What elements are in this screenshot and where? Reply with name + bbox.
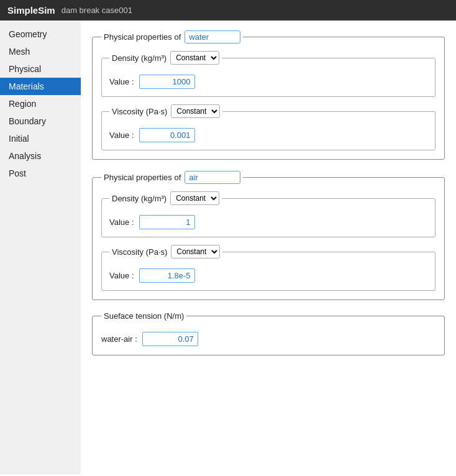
water-air-value-input[interactable]	[142, 332, 198, 346]
water-viscosity-value-label: Value :	[109, 130, 134, 140]
air-viscosity-block: Viscosity (Pa·s) Constant Value :	[101, 245, 435, 291]
water-density-legend: Density (kg/m³) Constant	[109, 51, 222, 65]
main-content: Physical properties of Density (kg/m³) C…	[81, 21, 456, 474]
water-legend-text: Physical properties of	[104, 32, 181, 42]
air-density-value-row: Value :	[109, 215, 427, 229]
surface-tension-value-row: water-air :	[101, 332, 435, 346]
water-viscosity-value-row: Value :	[109, 128, 427, 142]
case-name: dam break case001	[62, 6, 132, 15]
water-properties-block: Physical properties of Density (kg/m³) C…	[92, 30, 445, 160]
sidebar-item-materials[interactable]: Materials	[0, 78, 81, 95]
air-viscosity-label: Viscosity (Pa·s)	[112, 247, 167, 257]
water-density-label: Density (kg/m³)	[112, 53, 166, 63]
surface-tension-legend: Sueface tension (N/m)	[101, 311, 186, 321]
sidebar-item-post[interactable]: Post	[0, 165, 81, 182]
air-density-value-label: Value :	[109, 217, 134, 227]
water-viscosity-block: Viscosity (Pa·s) Constant Value :	[101, 104, 435, 150]
air-density-value-input[interactable]	[139, 215, 195, 229]
air-density-legend: Density (kg/m³) Constant	[109, 191, 222, 205]
sidebar-item-initial[interactable]: Initial	[0, 130, 81, 147]
air-properties-block: Physical properties of Density (kg/m³) C…	[92, 171, 445, 300]
sidebar-item-boundary[interactable]: Boundary	[0, 112, 81, 130]
app-name: SimpleSim	[7, 5, 55, 16]
air-material-name[interactable]	[185, 171, 240, 184]
sidebar-item-mesh[interactable]: Mesh	[0, 43, 81, 60]
titlebar: SimpleSim dam break case001	[0, 0, 456, 21]
water-viscosity-label: Viscosity (Pa·s)	[112, 107, 167, 116]
water-properties-legend: Physical properties of	[101, 30, 243, 43]
air-legend-text: Physical properties of	[104, 173, 181, 182]
air-viscosity-value-input[interactable]	[139, 268, 195, 283]
water-density-value-row: Value :	[109, 75, 427, 89]
sidebar-item-region[interactable]: Region	[0, 95, 81, 112]
air-viscosity-value-label: Value :	[109, 271, 134, 280]
air-density-type-select[interactable]: Constant	[170, 191, 219, 205]
air-properties-legend: Physical properties of	[101, 171, 243, 184]
air-density-block: Density (kg/m³) Constant Value :	[101, 191, 435, 237]
water-viscosity-value-input[interactable]	[139, 128, 195, 142]
sidebar: Geometry Mesh Physical Materials Region …	[0, 21, 81, 474]
air-viscosity-type-select[interactable]: Constant	[171, 245, 220, 259]
water-material-name[interactable]	[185, 30, 240, 43]
water-viscosity-legend: Viscosity (Pa·s) Constant	[109, 104, 222, 118]
surface-tension-block: Sueface tension (N/m) water-air :	[92, 311, 445, 355]
sidebar-item-physical[interactable]: Physical	[0, 60, 81, 78]
surface-tension-label: Sueface tension (N/m)	[104, 311, 184, 321]
water-density-type-select[interactable]: Constant	[170, 51, 219, 65]
water-density-block: Density (kg/m³) Constant Value :	[101, 51, 435, 97]
sidebar-item-geometry[interactable]: Geometry	[0, 25, 81, 43]
sidebar-item-analysis[interactable]: Analysis	[0, 147, 81, 165]
water-air-label: water-air :	[101, 334, 137, 344]
air-density-label: Density (kg/m³)	[112, 194, 166, 203]
air-viscosity-value-row: Value :	[109, 268, 427, 283]
water-density-value-label: Value :	[109, 77, 134, 86]
water-viscosity-type-select[interactable]: Constant	[171, 104, 220, 118]
air-viscosity-legend: Viscosity (Pa·s) Constant	[109, 245, 222, 259]
water-density-value-input[interactable]	[139, 75, 195, 89]
